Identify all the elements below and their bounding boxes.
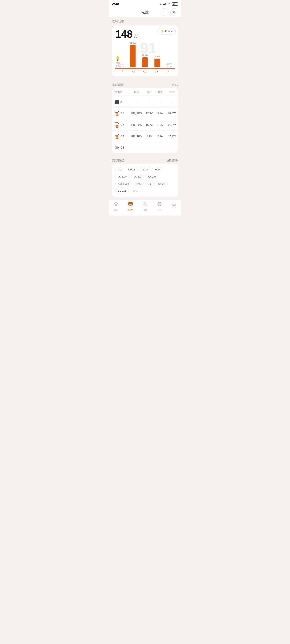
power-c1: 91.3W	[166, 112, 178, 115]
turbo-button[interactable]: ⚡ 超速充	[157, 28, 176, 34]
tag-tfcp[interactable]: TFCP	[130, 188, 142, 194]
protocol-manage-btn[interactable]: 协议管理 ›	[166, 159, 178, 162]
xlabel-a: A	[118, 70, 126, 73]
community-icon	[157, 202, 162, 208]
port-name-c1: C1	[120, 112, 124, 115]
col-header-current: 电流	[155, 90, 166, 94]
bar-a	[118, 66, 124, 67]
voltage-c2: 16.2V	[144, 123, 155, 126]
nav-label-mode: 模式	[143, 208, 147, 212]
power-c4: –	[166, 146, 178, 149]
tag-qc30plus[interactable]: QC3.0+	[115, 174, 130, 179]
current-a: –	[155, 100, 166, 104]
xlabel-c4: C4	[164, 70, 172, 73]
port-cell-c2: 快 C2	[115, 122, 129, 128]
nav-item-power[interactable]: 电控	[128, 202, 133, 212]
svg-rect-10	[118, 134, 119, 135]
port-name-c4: C4	[120, 146, 124, 149]
more-label: 更多	[172, 83, 177, 87]
protocol-section-title: 兼容协议	[112, 158, 124, 162]
xlabel-c2: C2	[141, 70, 149, 73]
bar-c1	[130, 45, 136, 67]
tag-bc12[interactable]: BC 1.2	[115, 188, 129, 194]
port-cell-c4: C4	[115, 146, 129, 150]
table-row: 快 C1 PD_PPS 17.9V 5.1A 91.3W –	[112, 108, 178, 119]
protocol-c1: PD_PPS	[129, 112, 144, 115]
voltage-c3: 8.9V	[144, 135, 155, 138]
svg-rect-12	[118, 147, 119, 148]
svg-rect-1	[163, 4, 164, 5]
more-button[interactable]: ···	[161, 8, 168, 16]
power-control-icon	[128, 202, 133, 208]
status-bar: 2:30 HD 74 %	[109, 0, 181, 7]
bar-c2	[142, 57, 148, 67]
chevron-right-icon: ›	[177, 84, 178, 86]
power-c3: 25.8W	[166, 135, 178, 138]
current-c4: –	[155, 146, 166, 149]
bar-value-c3: 25.8W	[154, 55, 160, 58]
scan-button[interactable]: ⊙	[170, 8, 178, 16]
tag-ufcs[interactable]: UFCS	[126, 167, 138, 172]
svg-rect-8	[118, 123, 119, 124]
power-section-title: 实时功率	[112, 20, 178, 24]
settings-icon	[172, 203, 176, 209]
protocol-manage-label: 协议管理	[166, 159, 177, 162]
realtime-power-section: 实时功率 148 W ⚡ 超速充 91 💡 很亮 灯光 0.0W	[109, 17, 181, 80]
nav-label-community: 社区	[157, 208, 162, 212]
realtime-schedule-header: 实时调度 更多 ›	[109, 80, 181, 88]
nav-item-mode[interactable]: 模式	[143, 202, 147, 212]
svg-rect-19	[145, 202, 147, 204]
table-row: 快 C3 PD_PPS 8.9V 2.9A 25.8W –	[112, 130, 178, 142]
svg-rect-7	[115, 122, 118, 124]
scan-icon: ⊙	[173, 10, 176, 14]
col-header-protocol: 协议	[129, 90, 144, 94]
usb-a-icon-c4	[115, 146, 119, 150]
bar-col-c4: 0.0W	[166, 63, 172, 67]
bar-value-c4: 0.0W	[167, 63, 172, 66]
tag-pd[interactable]: PD	[115, 167, 124, 172]
port-cell-a: ⬛ A	[115, 100, 129, 104]
power-a: –	[166, 100, 178, 104]
usb-a-icon: ⬛	[115, 100, 119, 104]
svg-rect-20	[143, 204, 145, 206]
status-icons: HD 74 %	[159, 2, 178, 6]
tag-qc30[interactable]: QC3.0	[131, 174, 144, 179]
tag-qc20[interactable]: QC2.0	[146, 174, 158, 179]
mode-icon	[143, 202, 147, 208]
svg-rect-2	[164, 4, 165, 5]
realtime-schedule-more[interactable]: 更多 ›	[172, 83, 178, 87]
battery-icon: 74 %	[172, 2, 178, 6]
svg-rect-5	[115, 111, 118, 112]
chart-axis-line	[115, 68, 175, 69]
table-row: ⬛ A – – – – –	[112, 96, 178, 108]
chart-bars: 0.0W 0.0W 91.3W 29.2W	[115, 43, 175, 67]
power-chart: 91 💡 很亮 灯光 0.0W 0.0W	[115, 41, 175, 73]
tag-fcp[interactable]: FCP	[152, 167, 162, 172]
power-number: 148	[115, 29, 133, 39]
bar-value-c1: 91.3W	[130, 42, 136, 44]
tag-afc[interactable]: AFC	[133, 181, 144, 186]
tag-scp[interactable]: SCP	[140, 167, 150, 172]
signal-icon: HD	[159, 2, 163, 6]
nav-item-community[interactable]: 社区	[157, 202, 162, 212]
nav-item-home[interactable]: 管家	[114, 202, 118, 212]
tag-sfcp[interactable]: SFCP	[155, 181, 168, 186]
wifi-icon	[168, 2, 171, 6]
signal-bars-icon	[163, 2, 167, 6]
tag-apple24[interactable]: Apple 2.4	[115, 181, 132, 186]
tag-pe[interactable]: PE	[145, 181, 154, 186]
nav-item-settings[interactable]	[172, 203, 176, 210]
voltage-c1: 17.9V	[144, 112, 155, 115]
power-unit: W	[134, 34, 138, 39]
power-c2: 29.2W	[166, 123, 178, 126]
nav-label-power: 电控	[128, 208, 133, 212]
realtime-schedule-title: 实时调度	[112, 83, 124, 87]
svg-rect-6	[118, 111, 119, 112]
protocol-tags-card: PD UFCS SCP FCP QC3.0+ QC3.0 QC2.0 Apple…	[112, 164, 178, 196]
chevron-right-icon-2: ›	[177, 159, 178, 162]
header: 电控 ··· ⊙	[109, 7, 181, 17]
turbo-icon: ⚡	[160, 30, 164, 33]
more-icon: ···	[163, 10, 166, 14]
header-actions: ··· ⊙	[161, 8, 178, 16]
fast-badge-c1: 快	[116, 114, 118, 116]
